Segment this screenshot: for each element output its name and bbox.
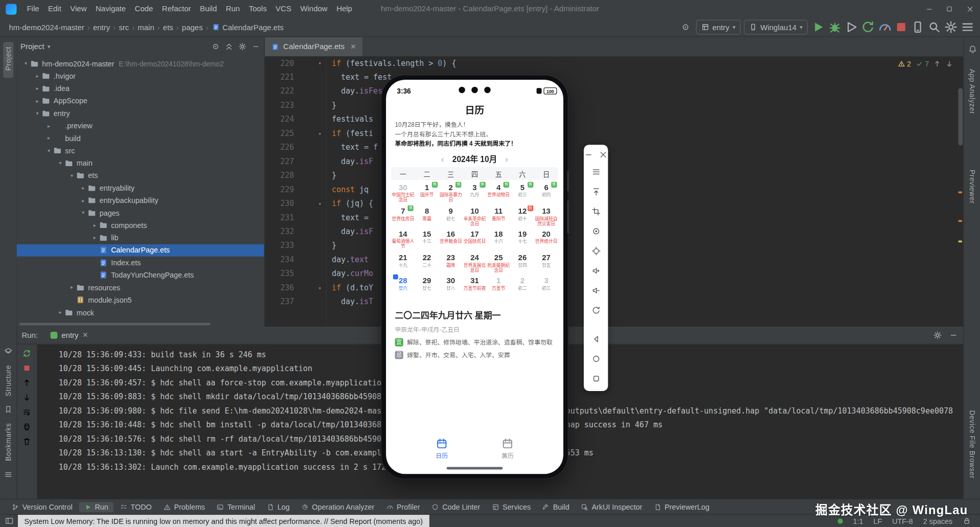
- tree-item-resources[interactable]: ▸resources: [16, 281, 264, 293]
- tree-item-index-ets[interactable]: Index.ets: [16, 257, 264, 269]
- tree-chevron-icon[interactable]: ▸: [79, 185, 87, 191]
- stripe-device-file-browser[interactable]: Device File Browser: [964, 410, 980, 478]
- calendar-day-cell[interactable]: 24世界发展信息日: [463, 251, 487, 275]
- tree-item-calendarpage-ets[interactable]: CalendarPage.ets: [16, 244, 264, 256]
- hide-panel-icon[interactable]: [252, 42, 260, 51]
- menu-code[interactable]: Code: [130, 0, 157, 18]
- status-item-utf-8[interactable]: UTF-8: [892, 517, 913, 525]
- toolwindow-run[interactable]: Run: [79, 502, 113, 512]
- debug-icon[interactable]: [828, 20, 842, 35]
- toolwindow-code-linter[interactable]: Code Linter: [426, 502, 485, 512]
- tree-item-lib[interactable]: ▸lib: [16, 232, 264, 244]
- tree-item-build[interactable]: ▸build: [16, 132, 264, 144]
- menu-view[interactable]: View: [66, 0, 92, 18]
- inspections-widget[interactable]: 2 7: [898, 60, 953, 67]
- breadcrumb-item-hm-demo2024-master[interactable]: hm-demo2024-master: [8, 22, 85, 31]
- phone-tab-[interactable]: 日历: [436, 438, 448, 460]
- calendar-day-cell[interactable]: 16世界粮食日: [439, 228, 463, 252]
- structure-icon[interactable]: [4, 347, 12, 356]
- breadcrumb-item-src[interactable]: src: [118, 22, 130, 31]
- tree-item-entryability[interactable]: ▸entryability: [16, 182, 264, 194]
- editor-scrollbar[interactable]: [958, 88, 963, 145]
- tree-chevron-icon[interactable]: ▸: [90, 222, 99, 228]
- prev-problem-icon[interactable]: [933, 60, 941, 67]
- stripe-bookmarks-label[interactable]: Bookmarks: [5, 423, 12, 461]
- panel-settings-icon[interactable]: [238, 42, 247, 51]
- prev-month-icon[interactable]: ‹: [433, 155, 452, 164]
- calendar-day-cell[interactable]: 22二十: [415, 251, 439, 275]
- menu-file[interactable]: File: [22, 0, 44, 18]
- calendar-day-cell[interactable]: 19十七: [511, 228, 535, 252]
- screen-record-icon[interactable]: [591, 226, 601, 236]
- tree-item-src[interactable]: ▾src: [16, 145, 264, 157]
- calendar-day-cell[interactable]: 30中国烈士纪念日: [391, 182, 415, 205]
- tool-window-toggle-icon[interactable]: [5, 516, 14, 526]
- toolwindow-todo[interactable]: TODO: [115, 502, 156, 512]
- menu-run[interactable]: Run: [221, 0, 244, 18]
- locate-file-icon[interactable]: [211, 42, 220, 51]
- tree-item-hvigor[interactable]: ▸.hvigor: [16, 70, 264, 82]
- restart-app-icon[interactable]: [861, 20, 876, 35]
- status-item-2-spaces[interactable]: 2 spaces: [923, 517, 952, 525]
- calendar-day-cell[interactable]: 休2国际非暴力日: [439, 182, 463, 205]
- tree-chevron-icon[interactable]: ▸: [90, 235, 99, 241]
- menu-help[interactable]: Help: [332, 0, 356, 18]
- back-icon[interactable]: [591, 334, 601, 344]
- tree-item-idea[interactable]: ▸.idea: [16, 82, 264, 95]
- warning-stripe-mark[interactable]: [958, 240, 962, 242]
- fold-chevron-icon[interactable]: ▾: [318, 197, 322, 211]
- calendar-day-cell[interactable]: 25抗美援朝纪念日: [487, 251, 511, 275]
- clear-all-icon[interactable]: [22, 437, 31, 446]
- tree-chevron-icon[interactable]: ▸: [33, 98, 41, 104]
- menu-build[interactable]: Build: [195, 0, 221, 18]
- next-occurrence-icon[interactable]: [22, 393, 31, 402]
- menu-edit[interactable]: Edit: [43, 0, 65, 18]
- tree-item-todayyunchengpage-ets[interactable]: TodayYunChengPage.ets: [16, 269, 264, 281]
- code-area[interactable]: 220▾if (festivals.length > 0) {221 text …: [265, 56, 957, 327]
- calendar-day-cell[interactable]: 31万圣节前夜: [463, 275, 487, 299]
- soft-wrap-icon[interactable]: [22, 407, 31, 416]
- collapse-all-icon[interactable]: [224, 42, 233, 51]
- toolwindow-arkui-inspector[interactable]: ArkUI Inspector: [576, 502, 647, 512]
- tree-chevron-icon[interactable]: ▸: [67, 285, 76, 290]
- menu-vcs[interactable]: VCS: [271, 0, 295, 18]
- calendar-day-cell[interactable]: 休7世界住房日: [391, 205, 415, 228]
- menu-navigate[interactable]: Navigate: [91, 0, 130, 18]
- more-tools-icon[interactable]: [4, 470, 12, 478]
- toolwindow-version-control[interactable]: Version Control: [6, 502, 77, 512]
- previous-occurrence-icon[interactable]: [22, 378, 31, 387]
- tree-item-appscope[interactable]: ▸AppScope: [16, 95, 264, 107]
- calendar-day-cell[interactable]: 班12初十: [511, 205, 535, 228]
- fold-chevron-icon[interactable]: ▾: [318, 57, 322, 71]
- warning-stripe-mark[interactable]: [958, 220, 962, 222]
- stop-icon[interactable]: [894, 20, 908, 35]
- status-item-lf[interactable]: LF: [873, 517, 882, 525]
- screenshot-icon[interactable]: [591, 207, 601, 216]
- tree-chevron-icon[interactable]: ▸: [56, 310, 64, 315]
- status-message[interactable]: System Low Memory: The IDE is running lo…: [18, 515, 429, 527]
- fold-chevron-icon[interactable]: ▾: [318, 127, 322, 141]
- tree-item-hm-demo2024-master[interactable]: ▾hm-demo2024-masterE:\hm-demo20241028\hm…: [16, 57, 264, 70]
- tree-chevron-icon[interactable]: ▾: [67, 173, 76, 178]
- calendar-day-cell[interactable]: 休5初三: [511, 182, 535, 205]
- tree-item-ets[interactable]: ▾ets: [16, 169, 264, 181]
- close-run-tab-icon[interactable]: ✕: [82, 331, 88, 339]
- calendar-day-cell[interactable]: 26廿四: [511, 251, 535, 275]
- toolwindow-profiler[interactable]: Profiler: [381, 502, 425, 512]
- notifications-bell-icon[interactable]: [968, 44, 977, 54]
- tree-item-entrybackupability[interactable]: ▸entrybackupability: [16, 194, 264, 207]
- tree-item-main[interactable]: ▾main: [16, 157, 264, 169]
- toolwindow-terminal[interactable]: Terminal: [211, 502, 260, 512]
- toolwindow-operation-analyzer[interactable]: Operation Analyzer: [296, 502, 379, 512]
- run-icon[interactable]: [811, 20, 826, 35]
- menu-icon[interactable]: [591, 167, 601, 177]
- stop-icon[interactable]: [22, 363, 31, 372]
- tree-chevron-icon[interactable]: ▾: [21, 61, 30, 66]
- home-indicator[interactable]: [447, 467, 503, 470]
- home-icon[interactable]: [591, 354, 601, 364]
- fold-chevron-icon[interactable]: ▾: [318, 281, 322, 295]
- lock-icon[interactable]: [963, 517, 971, 525]
- breadcrumb-item-ets[interactable]: ets: [162, 22, 174, 31]
- main-menu-icon[interactable]: [960, 20, 975, 35]
- next-month-icon[interactable]: ›: [497, 155, 516, 164]
